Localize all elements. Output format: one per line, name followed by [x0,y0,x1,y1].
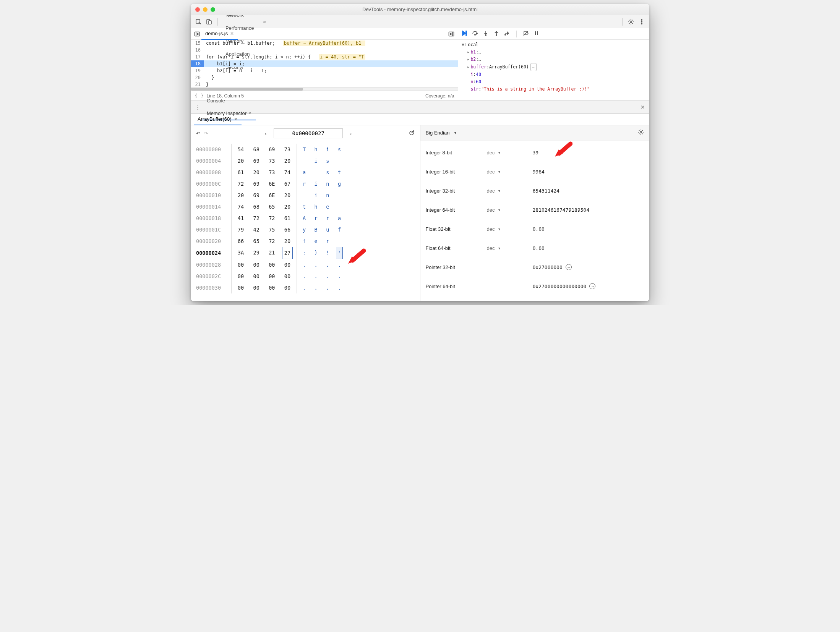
svg-rect-22 [537,31,538,35]
memory-inspector-body: ↶ ↷ ‹ › 0000000054686973This000000042069… [191,125,649,301]
svg-point-4 [641,19,642,20]
refresh-icon[interactable] [409,130,415,137]
scope-var-str[interactable]: str: "This is a string in the ArrayBuffe… [466,86,645,93]
endianness-select[interactable]: Big Endian [426,130,450,136]
value-row-integer-8-bit: Integer 8-bitdec▾39 [426,143,644,162]
format-select[interactable]: dec [487,188,495,194]
history-back-icon[interactable]: ↶ [196,131,200,136]
value-row-integer-64-bit: Integer 64-bitdec▾2810246167479189504 [426,200,644,219]
file-tab-label: demo-js.js [205,31,228,36]
value-row-pointer-32-bit: Pointer 32-bit0x27000000→ [426,258,644,277]
sources-split: demo-js.js ✕ 15const buffer = b1.buffer;… [191,28,649,101]
step-icon[interactable] [504,30,510,37]
jump-to-address-icon[interactable]: → [589,283,595,289]
titlebar: DevTools - memory-inspector.glitch.me/de… [191,4,649,15]
drawer-tabstrip: ⋮ ConsoleMemory Inspector✕ ✕ [191,101,649,114]
hex-pane: ↶ ↷ ‹ › 0000000054686973This000000042069… [191,125,420,301]
svg-point-5 [641,21,642,22]
resume-icon[interactable] [461,30,467,37]
main-tabstrip: ElementsConsoleSourcesNetworkPerformance… [191,15,649,28]
value-interpreter-pane: Big Endian ▼ Integer 8-bitdec▾39Integer … [420,125,650,301]
drawer-tab-console[interactable]: Console [202,94,256,107]
scope-body: ▼Local ▸b1: …▸b2: …▸buffer: ArrayBuffer(… [458,40,649,94]
format-select[interactable]: dec [487,245,495,251]
device-toolbar-icon[interactable] [204,17,214,27]
value-row-pointer-64-bit: Pointer 64-bit0x2700000000000000→ [426,277,644,296]
svg-marker-15 [485,33,487,34]
annotation-arrow-right [553,141,572,160]
svg-rect-2 [209,21,211,24]
divider [217,18,218,26]
value-row-integer-32-bit: Integer 32-bitdec▾654311424 [426,181,644,200]
value-row-float-32-bit: Float 32-bitdec▾0.00 [426,219,644,238]
close-icon[interactable]: ✕ [230,31,234,36]
deactivate-breakpoints-icon[interactable] [523,30,529,37]
navigator-toggle-icon[interactable] [193,30,201,38]
close-icon[interactable]: ✕ [234,117,238,122]
tabs-overflow-button[interactable]: » [258,15,270,28]
svg-point-16 [485,35,486,36]
file-tab-demo-js[interactable]: demo-js.js ✕ [201,28,238,40]
page-next-icon[interactable]: › [347,131,355,136]
code-tabbar: demo-js.js ✕ [191,28,458,40]
svg-marker-8 [197,33,199,35]
scope-var-buffer[interactable]: ▸buffer: ArrayBuffer(60)⋯ [466,63,645,71]
scope-header[interactable]: ▼Local [461,41,645,49]
scope-var-b2[interactable]: ▸b2: … [466,56,645,63]
step-out-icon[interactable] [493,30,499,37]
svg-point-18 [496,35,497,36]
svg-marker-19 [508,32,509,34]
step-into-icon[interactable] [483,30,489,37]
svg-marker-17 [495,31,498,32]
scope-var-b1[interactable]: ▸b1: … [466,49,645,56]
format-select[interactable]: dec [487,226,495,232]
svg-point-20 [505,34,506,35]
drawer-more-icon[interactable]: ⋮ [193,104,202,110]
jump-to-address-icon[interactable]: → [566,264,572,270]
code-editor-pane: demo-js.js ✕ 15const buffer = b1.buffer;… [191,28,458,100]
horizontal-scrollbar[interactable] [191,87,458,91]
value-row-float-64-bit: Float 64-bitdec▾0.00 [426,238,644,258]
format-select[interactable]: dec [487,207,495,213]
annotation-arrow-left [347,248,366,267]
svg-point-14 [475,34,476,36]
history-forward-icon[interactable]: ↷ [204,131,208,136]
svg-point-6 [641,23,642,24]
coverage-status: Coverage: n/a [425,93,454,99]
svg-marker-10 [450,33,452,35]
value-header: Big Endian ▼ [420,125,650,141]
scope-var-i[interactable]: i: 40 [466,71,645,78]
inspect-element-icon[interactable] [193,17,203,27]
value-settings-gear-icon[interactable] [638,129,644,136]
code-body[interactable]: 15const buffer = b1.buffer; buffer = Arr… [191,40,458,87]
hex-toolbar: ↶ ↷ ‹ › [191,125,420,141]
drawer-close-icon[interactable]: ✕ [638,104,647,110]
format-select[interactable]: dec [487,169,495,175]
pause-on-exceptions-icon[interactable] [534,30,540,37]
scope-var-n[interactable]: n: 60 [466,78,645,86]
svg-rect-21 [535,31,536,35]
address-input[interactable] [274,128,343,138]
value-row-integer-16-bit: Integer 16-bitdec▾9984 [426,162,644,181]
svg-rect-12 [466,31,467,36]
devtools-window: DevTools - memory-inspector.glitch.me/de… [191,4,649,301]
settings-gear-icon[interactable] [626,17,636,27]
debugger-toggle-icon[interactable] [447,30,456,38]
page-prev-icon[interactable]: ‹ [261,131,270,136]
svg-point-3 [630,21,632,22]
buffer-tab-label: ArrayBuffer(60) [198,116,232,122]
hex-grid[interactable]: 0000000054686973This0000000420697320 is … [191,141,420,297]
svg-point-25 [640,131,642,133]
step-over-icon[interactable] [472,30,478,37]
more-menu-icon[interactable] [637,17,647,27]
svg-marker-11 [462,31,466,36]
buffer-tab[interactable]: ArrayBuffer(60) ✕ [194,114,242,125]
format-select[interactable]: dec [487,150,495,156]
window-title: DevTools - memory-inspector.glitch.me/de… [191,6,649,12]
divider [622,18,623,26]
debugger-toolbar [458,28,649,40]
memory-inspector-tabbar: ArrayBuffer(60) ✕ [191,114,649,125]
chevron-down-icon: ▼ [453,131,457,135]
debugger-sidebar: ▼Local ▸b1: …▸b2: …▸buffer: ArrayBuffer(… [458,28,649,100]
